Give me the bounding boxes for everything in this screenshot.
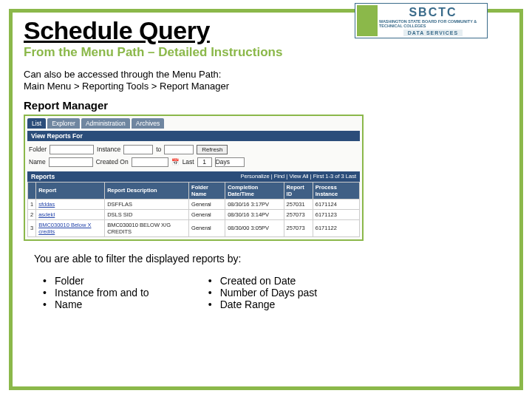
cell-desc: BMC030010 BELOW X/G CREDITS — [105, 219, 189, 236]
instance-from-input[interactable] — [123, 145, 153, 154]
cell-folder: General — [189, 219, 225, 236]
header-logo: SBCTC WASHINGTON STATE BOARD FOR COMMUNI… — [355, 3, 488, 38]
logo-text: SBCTC WASHINGTON STATE BOARD FOR COMMUNI… — [379, 6, 487, 36]
name-input[interactable] — [49, 157, 93, 167]
cell-n: 3 — [28, 219, 36, 236]
tabs-row: List Explorer Administration Archives — [25, 116, 362, 129]
logo-tagline: WASHINGTON STATE BOARD FOR COMMUNITY & T… — [379, 19, 487, 28]
list-item: Name — [43, 299, 149, 310]
label-last: Last — [183, 158, 194, 166]
slide-content: Schedule Query From the Menu Path – Deta… — [24, 16, 508, 383]
cell-rid: 257031 — [284, 199, 313, 209]
logo-sublabel: DATA SERVICES — [403, 30, 463, 36]
cell-rid: 257073 — [284, 209, 313, 219]
cell-report[interactable]: sfddas — [36, 199, 105, 209]
intro-line-1: Can also be accessed through the Menu Pa… — [24, 69, 508, 81]
cell-desc: DSLS SID — [105, 209, 189, 219]
label-instance: Instance — [97, 146, 120, 153]
wa-flag-icon — [357, 5, 378, 36]
col-dt: Completion Date/Time — [225, 182, 284, 199]
list-item: Date Range — [208, 299, 318, 310]
cell-rid: 257073 — [284, 219, 313, 236]
label-name: Name — [29, 158, 46, 166]
cell-pi: 6171122 — [313, 219, 359, 236]
cell-desc: DSFFLAS — [105, 199, 189, 209]
table-header-row: Report Report Description Folder Name Co… — [28, 182, 360, 199]
list-item: Instance from and to — [43, 287, 149, 299]
col-report: Report — [36, 182, 105, 199]
col-n — [28, 182, 36, 199]
reports-table: Report Report Description Folder Name Co… — [27, 182, 360, 237]
col-rid: Report ID — [284, 182, 313, 199]
label-created-on: Created On — [96, 158, 129, 166]
label-folder: Folder — [29, 146, 47, 153]
last-n-input[interactable]: 1 — [197, 157, 212, 167]
tab-explorer[interactable]: Explorer — [47, 118, 80, 129]
filter-row-1: Folder Instance to Refresh — [25, 143, 362, 156]
tab-list[interactable]: List — [27, 118, 46, 129]
col-folder: Folder Name — [189, 182, 225, 199]
cell-pi: 6171124 — [313, 199, 359, 209]
section-label: Report Manager — [24, 99, 508, 112]
filter-row-2: Name Created On 📅 Last 1 Days — [25, 156, 362, 168]
calendar-icon[interactable]: 📅 — [171, 158, 180, 166]
list-item: Folder — [43, 275, 149, 287]
list-item: Number of Days past — [208, 287, 318, 299]
reports-header-bar: Reports Personalize | Find | View All | … — [27, 171, 360, 182]
cell-dt: 08/30/16 3:14PV — [225, 209, 284, 219]
cell-dt: 08/30/16 3:17PV — [225, 199, 284, 209]
table-row: 3 BMC030010 Below X credits BMC030010 BE… — [28, 219, 360, 236]
tab-administration[interactable]: Administration — [81, 118, 130, 129]
reports-title: Reports — [31, 173, 55, 180]
intro-line-2: Main Menu > Reporting Tools > Report Man… — [24, 81, 508, 92]
cell-pi: 6171123 — [313, 209, 359, 219]
cell-folder: General — [189, 199, 225, 209]
col-desc: Report Description — [105, 182, 189, 199]
cell-n: 1 — [28, 199, 36, 209]
label-to: to — [156, 146, 161, 153]
right-bullet-list: Created on Date Number of Days past Date… — [208, 275, 318, 310]
cell-report[interactable]: asdeld — [36, 209, 105, 219]
page-subtitle: From the Menu Path – Detailed Instructio… — [24, 45, 508, 60]
table-row: 2 asdeld DSLS SID General 08/30/16 3:14P… — [28, 209, 360, 219]
left-bullet-list: Folder Instance from and to Name — [43, 275, 149, 310]
instance-to-input[interactable] — [164, 145, 194, 154]
cell-dt: 08/30/00 3:05PV — [225, 219, 284, 236]
list-item: Created on Date — [208, 275, 318, 287]
folder-select[interactable] — [50, 145, 94, 154]
table-row: 1 sfddas DSFFLAS General 08/30/16 3:17PV… — [28, 199, 360, 209]
bullet-columns: Folder Instance from and to Name Created… — [43, 275, 508, 310]
col-pi: Process Instance — [313, 182, 359, 199]
view-reports-title: View Reports For — [27, 131, 360, 141]
filter-statement: You are able to filter the displayed rep… — [34, 253, 508, 265]
tab-archives[interactable]: Archives — [132, 118, 165, 129]
days-select[interactable]: Days — [215, 157, 245, 167]
intro-text: Can also be accessed through the Menu Pa… — [24, 69, 508, 93]
logo-acronym: SBCTC — [409, 6, 457, 19]
cell-report[interactable]: BMC030010 Below X credits — [36, 219, 105, 236]
cell-n: 2 — [28, 209, 36, 219]
refresh-button[interactable]: Refresh — [197, 145, 228, 154]
cell-folder: General — [189, 209, 225, 219]
created-on-input[interactable] — [132, 157, 168, 167]
report-manager-screenshot: List Explorer Administration Archives Vi… — [24, 115, 364, 241]
reports-pager[interactable]: Personalize | Find | View All | First 1-… — [240, 173, 356, 180]
